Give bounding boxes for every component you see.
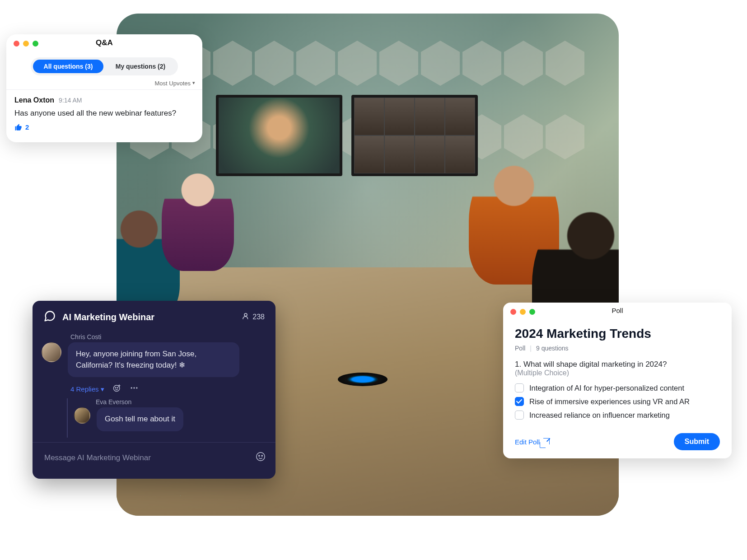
chevron-down-icon: ▾ — [192, 80, 195, 87]
sort-label: Most Upvotes — [155, 80, 191, 87]
chat-bubble-icon — [43, 310, 56, 324]
participant-count-value: 238 — [252, 313, 265, 321]
emoji-picker-button[interactable] — [256, 452, 266, 464]
svg-point-6 — [136, 387, 137, 389]
poll-subheading: Poll | 9 questions — [515, 345, 720, 352]
person-icon — [242, 312, 250, 322]
qa-panel: Q&A All questions (3) My questions (2) M… — [6, 34, 202, 142]
chat-message: Chris Costi Hey, anyone joining from San… — [42, 333, 266, 438]
qa-tabs: All questions (3) My questions (2) — [31, 57, 178, 75]
poll-window-title: Poll — [503, 307, 732, 314]
qa-item: Lena Oxton 9:14 AM Has anyone used all t… — [6, 90, 202, 138]
poll-option[interactable]: Increased reliance on influencer marketi… — [515, 411, 720, 420]
chat-header: AI Marketing Webinar 238 — [33, 301, 275, 331]
conference-mic-pod — [338, 373, 388, 386]
participant-count[interactable]: 238 — [242, 312, 265, 322]
poll-type-label: Poll — [515, 345, 525, 352]
poll-panel: Poll 2024 Marketing Trends Poll | 9 ques… — [503, 303, 732, 458]
avatar[interactable] — [42, 342, 61, 362]
composer-placeholder: Message AI Marketing Webinar — [44, 453, 251, 462]
divider: | — [530, 345, 532, 352]
submit-button[interactable]: Submit — [674, 433, 720, 450]
poll-question-hint: (Multiple Choice) — [515, 369, 720, 377]
chevron-down-icon: ▾ — [101, 385, 104, 393]
avatar[interactable] — [74, 407, 90, 424]
qa-author-name: Lena Oxton — [14, 96, 54, 104]
svg-point-1 — [113, 385, 119, 391]
poll-option-label: Increased reliance on influencer marketi… — [529, 411, 670, 420]
tab-all-questions[interactable]: All questions (3) — [33, 60, 103, 73]
message-composer[interactable]: Message AI Marketing Webinar — [33, 442, 275, 479]
reply-thread: Eva Everson Gosh tell me about it — [67, 398, 266, 438]
replies-label: 4 Replies — [70, 385, 99, 393]
svg-point-5 — [133, 387, 135, 389]
replies-toggle[interactable]: 4 Replies ▾ — [70, 385, 104, 393]
poll-option[interactable]: Integration of AI for hyper-personalized… — [515, 383, 720, 392]
wall-display-speaker — [216, 95, 342, 176]
svg-point-3 — [117, 387, 118, 388]
poll-option-label: Integration of AI for hyper-personalized… — [529, 384, 684, 392]
more-options-button[interactable] — [130, 383, 139, 395]
edit-poll-label: Edit Poll — [515, 438, 540, 446]
checkbox-icon — [515, 383, 524, 392]
svg-point-7 — [257, 453, 265, 461]
poll-options: Integration of AI for hyper-personalized… — [515, 383, 720, 420]
message-bubble: Hey, anyone joining from San Jose, Calif… — [68, 342, 239, 377]
poll-question: 1. What will shape digital marketing in … — [515, 360, 720, 369]
chat-title: AI Marketing Webinar — [62, 312, 235, 322]
participant-silhouette — [162, 167, 234, 271]
checkbox-checked-icon — [515, 397, 524, 406]
svg-point-8 — [259, 455, 260, 456]
svg-point-4 — [131, 387, 132, 389]
wall-display-gallery — [351, 95, 478, 176]
poll-heading: 2024 Marketing Trends — [515, 327, 720, 341]
qa-question-text: Has anyone used all the new webinar feat… — [14, 108, 194, 119]
message-actions: 4 Replies ▾ — [70, 383, 266, 395]
external-link-icon — [543, 438, 550, 444]
message-sender: Chris Costi — [70, 333, 266, 341]
svg-point-0 — [244, 313, 247, 316]
thumbs-up-icon — [14, 123, 23, 131]
chat-panel: AI Marketing Webinar 238 Chris Costi Hey… — [33, 301, 275, 479]
svg-point-9 — [261, 455, 262, 456]
edit-poll-link[interactable]: Edit Poll — [515, 438, 550, 446]
poll-question-count: 9 questions — [536, 345, 569, 352]
upvote-count: 2 — [25, 123, 29, 131]
message-bubble: Gosh tell me about it — [97, 407, 183, 431]
tab-my-questions[interactable]: My questions (2) — [105, 60, 176, 73]
poll-option[interactable]: Rise of immersive experiences using VR a… — [515, 397, 720, 406]
poll-option-label: Rise of immersive experiences using VR a… — [529, 397, 690, 406]
svg-point-2 — [115, 387, 116, 388]
add-reaction-button[interactable] — [112, 383, 121, 395]
qa-timestamp: 9:14 AM — [59, 97, 82, 104]
upvote-button[interactable]: 2 — [14, 123, 29, 131]
qa-window-title: Q&A — [6, 38, 202, 47]
message-sender: Eva Everson — [96, 398, 266, 406]
sort-dropdown[interactable]: Most Upvotes ▾ — [6, 75, 202, 89]
chat-message: Eva Everson Gosh tell me about it — [74, 398, 266, 431]
checkbox-icon — [515, 411, 524, 420]
chat-thread: Chris Costi Hey, anyone joining from San… — [33, 333, 275, 442]
